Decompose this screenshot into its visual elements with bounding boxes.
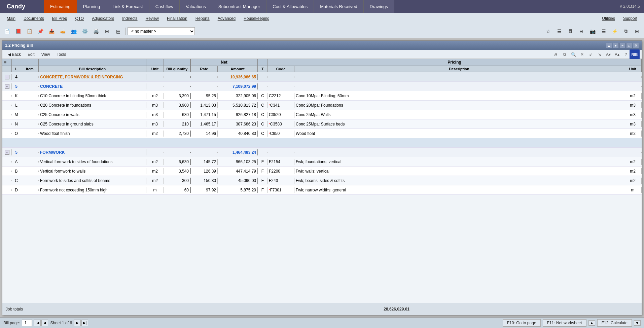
- lines-icon: ≡: [4, 60, 6, 65]
- table-row: C Formwork to sides and soffits of beams…: [2, 176, 642, 185]
- col-amount: Amount: [218, 66, 258, 72]
- sec-tab-reports[interactable]: Reports: [191, 15, 214, 22]
- nav-tab-valuations[interactable]: Valuations: [180, 0, 212, 13]
- bill-page-value[interactable]: 1: [22, 320, 32, 326]
- arrow-dl-icon[interactable]: ↙: [587, 51, 595, 58]
- nav-tab-planning[interactable]: Planning: [77, 0, 107, 13]
- row-qty-a: 6,630: [164, 159, 191, 165]
- win-minimize-btn[interactable]: –: [619, 43, 625, 48]
- row-amount-l: 5,510,813.72: [218, 102, 258, 108]
- row-pdesc-a: Fwk; foundations; vertical: [294, 159, 624, 165]
- font-down-icon[interactable]: A▾: [605, 51, 612, 58]
- collapse-section-5-concrete[interactable]: −: [5, 84, 9, 89]
- tool-new[interactable]: 📄: [2, 27, 12, 36]
- print-icon[interactable]: 🖨: [552, 51, 560, 58]
- help-icon[interactable]: ?: [622, 51, 630, 58]
- top-navigation: Candy Estimating Planning Link & Forecas…: [0, 0, 644, 13]
- tool-list2[interactable]: ☰: [554, 27, 564, 36]
- right-toolbar: ☆ ☰ 🖩 ⊟ 📷 ☰ ⚡ ⧉ ⊞: [543, 27, 642, 36]
- tool-open-b[interactable]: 📕: [13, 27, 23, 36]
- row-l-a: A: [12, 159, 21, 165]
- menu-tools[interactable]: Tools: [53, 51, 70, 58]
- sec-tab-qto[interactable]: QTO: [71, 15, 88, 22]
- nav-tab-subcontract[interactable]: Subcontract Manager: [212, 0, 266, 13]
- window-icon2[interactable]: ⧉: [561, 51, 568, 58]
- collapse-section-4[interactable]: −: [5, 75, 9, 79]
- nav-tab-cost[interactable]: Cost & Allowables: [266, 0, 314, 13]
- tool-export[interactable]: 📤: [46, 27, 57, 36]
- column-headers-row2: L Item Bill description Unit Bill quanti…: [2, 66, 642, 72]
- search-icon[interactable]: 🔍: [570, 51, 577, 58]
- row-rate-k: 95.25: [191, 93, 218, 99]
- tool-grid[interactable]: ⊞: [102, 27, 112, 36]
- nav-tab-link-forecast[interactable]: Link & Forecast: [106, 0, 149, 13]
- sec-tab-indirects[interactable]: Indirects: [118, 15, 141, 22]
- close-icon[interactable]: ✕: [578, 51, 586, 58]
- f11-button[interactable]: F11: Net worksheet: [543, 319, 586, 327]
- sec-tab-housekeeping[interactable]: Housekeeping: [240, 15, 274, 22]
- tool-table2[interactable]: ⊟: [576, 27, 586, 36]
- menu-edit[interactable]: Edit: [24, 51, 38, 58]
- nav-tab-drawings[interactable]: Drawings: [364, 0, 394, 13]
- row-pdesc-b: Fwk; walls; vertical: [294, 168, 624, 174]
- tool-users[interactable]: 👥: [69, 27, 79, 36]
- nav-tab-estimating[interactable]: Estimating: [44, 0, 77, 13]
- f11-arrow-btn[interactable]: ▲: [588, 320, 595, 326]
- section-amount-4: 10,936,986.65: [218, 74, 258, 80]
- sec-tab-finalisation[interactable]: Finalisation: [163, 15, 191, 22]
- tool-chart[interactable]: 🥧: [58, 27, 68, 36]
- collapse-section-5-formwork[interactable]: −: [5, 150, 9, 155]
- nav-tab-materials[interactable]: Materials Received: [314, 0, 364, 13]
- next-page-btn[interactable]: ▶: [74, 320, 81, 326]
- first-page-btn[interactable]: |◀: [34, 320, 41, 326]
- menu-view[interactable]: View: [38, 51, 53, 58]
- win-maximize-btn[interactable]: □: [626, 43, 632, 48]
- subsection-level-5-fw: 5: [12, 149, 21, 155]
- win-close-btn[interactable]: ✕: [633, 43, 639, 48]
- tool-r[interactable]: 📌: [35, 27, 45, 36]
- subsection-label-concrete: CONCRETE: [40, 84, 63, 89]
- tool-camera[interactable]: 📷: [587, 27, 598, 36]
- sec-tab-support[interactable]: Support: [619, 15, 641, 22]
- table-row: − 4 CONCRETE, FORMWORK & REINFORCING 10,…: [2, 72, 642, 82]
- tool-star[interactable]: ☆: [543, 27, 553, 36]
- row-unit-a: m2: [146, 159, 164, 165]
- arrow-dr-icon[interactable]: ↘: [596, 51, 603, 58]
- row-t-m: C: [258, 112, 267, 118]
- row-t-o: C: [258, 131, 267, 137]
- win-down-btn[interactable]: ▼: [613, 43, 619, 48]
- nav-tab-cashflow[interactable]: Cashflow: [149, 0, 180, 13]
- last-page-btn[interactable]: ▶|: [81, 320, 88, 326]
- row-punit-a: m2: [624, 159, 642, 165]
- tool-bolt[interactable]: ⚡: [610, 27, 620, 36]
- sec-tab-advanced[interactable]: Advanced: [214, 15, 240, 22]
- win-up-btn[interactable]: ▲: [606, 43, 612, 48]
- row-desc-b: Vertical formwork to walls: [39, 168, 146, 174]
- menu-back[interactable]: ◀ Back: [4, 51, 24, 58]
- tool-calc[interactable]: 🖩: [565, 27, 575, 36]
- prev-page-btn[interactable]: ◀: [41, 320, 48, 326]
- master-dropdown[interactable]: < no master >: [128, 27, 195, 35]
- col-unit: Unit: [146, 66, 164, 72]
- tool-list3[interactable]: ☰: [599, 27, 609, 36]
- row-amount-m: 926,827.18: [218, 112, 258, 118]
- sec-tab-documents[interactable]: Documents: [20, 15, 48, 22]
- f12-arrow-btn[interactable]: ▼: [634, 320, 641, 326]
- sec-tab-main[interactable]: Main: [3, 15, 20, 22]
- row-punit-l: m3: [624, 102, 642, 108]
- font-up-icon[interactable]: A▴: [613, 51, 621, 58]
- sec-tab-utilities[interactable]: Utilities: [598, 15, 619, 22]
- tool-settings[interactable]: ⚙️: [80, 27, 90, 36]
- row-unit-m: m3: [146, 112, 164, 118]
- row-pdesc-n: Conc 25Mpa: Surface beds: [294, 121, 624, 127]
- f10-button[interactable]: F10: Go to page: [503, 319, 541, 327]
- tool-copy2[interactable]: ⧉: [621, 27, 631, 36]
- tool-pdf[interactable]: 📋: [24, 27, 34, 36]
- tool-bars[interactable]: ▤: [113, 27, 123, 36]
- f12-button[interactable]: F12: Calculate: [597, 319, 632, 327]
- tool-expand[interactable]: ⊞: [632, 27, 642, 36]
- sec-tab-review[interactable]: Review: [142, 15, 163, 22]
- tool-print[interactable]: 🖨️: [91, 27, 101, 36]
- sec-tab-adjudicators[interactable]: Adjudicators: [88, 15, 118, 22]
- sec-tab-bill-prep[interactable]: Bill Prep: [48, 15, 71, 22]
